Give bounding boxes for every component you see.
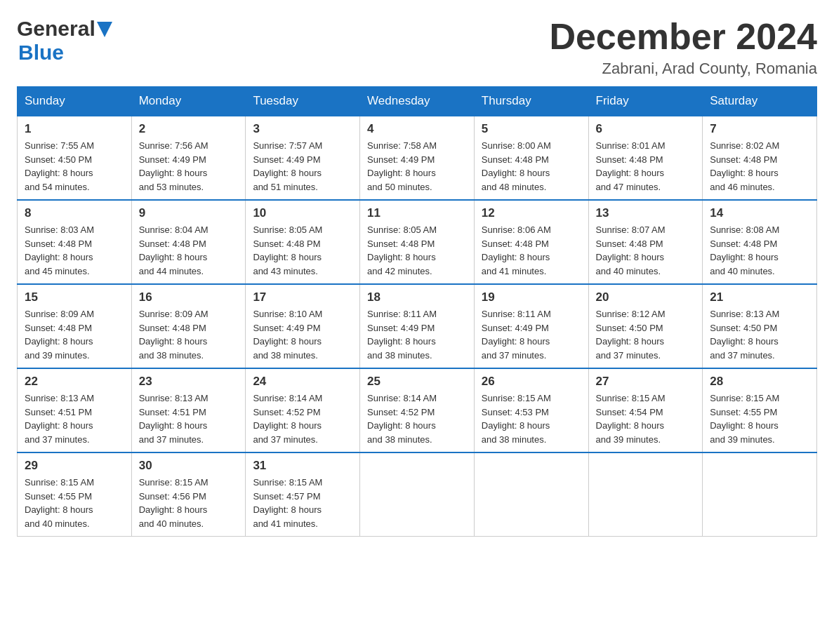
header-wednesday: Wednesday: [360, 87, 475, 116]
day-info: Sunrise: 8:15 AMSunset: 4:55 PMDaylight:…: [25, 476, 124, 530]
day-number: 2: [139, 122, 239, 136]
day-info: Sunrise: 8:07 AMSunset: 4:48 PMDaylight:…: [596, 223, 696, 278]
calendar-cell: [588, 452, 703, 537]
day-info: Sunrise: 8:13 AMSunset: 4:51 PMDaylight:…: [25, 391, 124, 446]
header-thursday: Thursday: [474, 87, 588, 116]
day-info: Sunrise: 8:04 AMSunset: 4:48 PMDaylight:…: [139, 223, 239, 278]
header-monday: Monday: [131, 87, 246, 116]
day-number: 9: [139, 206, 239, 220]
day-number: 12: [482, 206, 581, 220]
day-number: 29: [25, 459, 124, 473]
day-info: Sunrise: 8:15 AMSunset: 4:56 PMDaylight:…: [139, 476, 239, 530]
calendar-cell: 20 Sunrise: 8:12 AMSunset: 4:50 PMDaylig…: [588, 284, 703, 368]
day-number: 7: [710, 122, 809, 136]
calendar-cell: 28 Sunrise: 8:15 AMSunset: 4:55 PMDaylig…: [703, 368, 817, 452]
day-number: 28: [710, 375, 809, 389]
day-info: Sunrise: 8:02 AMSunset: 4:48 PMDaylight:…: [710, 139, 809, 194]
day-info: Sunrise: 8:10 AMSunset: 4:49 PMDaylight:…: [253, 307, 352, 362]
calendar-cell: 18 Sunrise: 8:11 AMSunset: 4:49 PMDaylig…: [360, 284, 475, 368]
day-info: Sunrise: 8:08 AMSunset: 4:48 PMDaylight:…: [710, 223, 809, 278]
day-number: 25: [367, 375, 467, 389]
calendar-cell: 7 Sunrise: 8:02 AMSunset: 4:48 PMDayligh…: [703, 116, 817, 200]
day-info: Sunrise: 8:12 AMSunset: 4:50 PMDaylight:…: [596, 307, 696, 362]
day-number: 26: [482, 375, 581, 389]
day-number: 27: [596, 375, 696, 389]
calendar-cell: 29 Sunrise: 8:15 AMSunset: 4:55 PMDaylig…: [18, 452, 132, 537]
day-number: 3: [253, 122, 352, 136]
calendar-cell: 8 Sunrise: 8:03 AMSunset: 4:48 PMDayligh…: [18, 200, 132, 284]
day-info: Sunrise: 8:15 AMSunset: 4:55 PMDaylight:…: [710, 391, 809, 446]
calendar-table: Sunday Monday Tuesday Wednesday Thursday…: [17, 86, 817, 537]
day-info: Sunrise: 8:01 AMSunset: 4:48 PMDaylight:…: [596, 139, 696, 194]
day-info: Sunrise: 7:57 AMSunset: 4:49 PMDaylight:…: [253, 139, 352, 194]
day-info: Sunrise: 8:03 AMSunset: 4:48 PMDaylight:…: [25, 223, 124, 278]
calendar-cell: 11 Sunrise: 8:05 AMSunset: 4:48 PMDaylig…: [360, 200, 475, 284]
calendar-week-row: 15 Sunrise: 8:09 AMSunset: 4:48 PMDaylig…: [18, 284, 817, 368]
page-header: General Blue December 2024 Zabrani, Arad…: [17, 17, 817, 78]
calendar-cell: 3 Sunrise: 7:57 AMSunset: 4:49 PMDayligh…: [246, 116, 360, 200]
logo-blue-text: Blue: [18, 41, 64, 64]
logo-general-text: General: [17, 17, 95, 41]
calendar-cell: 30 Sunrise: 8:15 AMSunset: 4:56 PMDaylig…: [131, 452, 246, 537]
calendar-cell: 2 Sunrise: 7:56 AMSunset: 4:49 PMDayligh…: [131, 116, 246, 200]
calendar-cell: 22 Sunrise: 8:13 AMSunset: 4:51 PMDaylig…: [18, 368, 132, 452]
location-subtitle: Zabrani, Arad County, Romania: [549, 60, 817, 78]
calendar-cell: 31 Sunrise: 8:15 AMSunset: 4:57 PMDaylig…: [246, 452, 360, 537]
weekday-header-row: Sunday Monday Tuesday Wednesday Thursday…: [18, 87, 817, 116]
day-number: 8: [25, 206, 124, 220]
day-number: 19: [482, 290, 581, 304]
day-number: 23: [139, 375, 239, 389]
day-number: 15: [25, 290, 124, 304]
day-info: Sunrise: 8:05 AMSunset: 4:48 PMDaylight:…: [367, 223, 467, 278]
day-number: 22: [25, 375, 124, 389]
day-info: Sunrise: 8:09 AMSunset: 4:48 PMDaylight:…: [139, 307, 239, 362]
day-info: Sunrise: 8:00 AMSunset: 4:48 PMDaylight:…: [482, 139, 581, 194]
calendar-cell: 5 Sunrise: 8:00 AMSunset: 4:48 PMDayligh…: [474, 116, 588, 200]
header-friday: Friday: [588, 87, 703, 116]
day-number: 13: [596, 206, 696, 220]
day-number: 1: [25, 122, 124, 136]
day-number: 4: [367, 122, 467, 136]
calendar-cell: 14 Sunrise: 8:08 AMSunset: 4:48 PMDaylig…: [703, 200, 817, 284]
day-number: 5: [482, 122, 581, 136]
day-number: 24: [253, 375, 352, 389]
day-number: 6: [596, 122, 696, 136]
day-number: 31: [253, 459, 352, 473]
calendar-cell: 17 Sunrise: 8:10 AMSunset: 4:49 PMDaylig…: [246, 284, 360, 368]
calendar-cell: 27 Sunrise: 8:15 AMSunset: 4:54 PMDaylig…: [588, 368, 703, 452]
day-info: Sunrise: 8:06 AMSunset: 4:48 PMDaylight:…: [482, 223, 581, 278]
day-number: 20: [596, 290, 696, 304]
day-info: Sunrise: 8:11 AMSunset: 4:49 PMDaylight:…: [482, 307, 581, 362]
day-info: Sunrise: 8:15 AMSunset: 4:54 PMDaylight:…: [596, 391, 696, 446]
calendar-cell: 16 Sunrise: 8:09 AMSunset: 4:48 PMDaylig…: [131, 284, 246, 368]
calendar-cell: 24 Sunrise: 8:14 AMSunset: 4:52 PMDaylig…: [246, 368, 360, 452]
day-number: 10: [253, 206, 352, 220]
header-tuesday: Tuesday: [246, 87, 360, 116]
day-number: 16: [139, 290, 239, 304]
day-info: Sunrise: 7:56 AMSunset: 4:49 PMDaylight:…: [139, 139, 239, 194]
calendar-week-row: 29 Sunrise: 8:15 AMSunset: 4:55 PMDaylig…: [18, 452, 817, 537]
day-number: 30: [139, 459, 239, 473]
day-info: Sunrise: 8:14 AMSunset: 4:52 PMDaylight:…: [367, 391, 467, 446]
calendar-cell: 26 Sunrise: 8:15 AMSunset: 4:53 PMDaylig…: [474, 368, 588, 452]
day-info: Sunrise: 8:14 AMSunset: 4:52 PMDaylight:…: [253, 391, 352, 446]
calendar-cell: 12 Sunrise: 8:06 AMSunset: 4:48 PMDaylig…: [474, 200, 588, 284]
calendar-cell: 10 Sunrise: 8:05 AMSunset: 4:48 PMDaylig…: [246, 200, 360, 284]
calendar-week-row: 22 Sunrise: 8:13 AMSunset: 4:51 PMDaylig…: [18, 368, 817, 452]
day-info: Sunrise: 8:09 AMSunset: 4:48 PMDaylight:…: [25, 307, 124, 362]
calendar-cell: 6 Sunrise: 8:01 AMSunset: 4:48 PMDayligh…: [588, 116, 703, 200]
day-info: Sunrise: 7:55 AMSunset: 4:50 PMDaylight:…: [25, 139, 124, 194]
month-title: December 2024: [549, 17, 817, 57]
day-info: Sunrise: 8:11 AMSunset: 4:49 PMDaylight:…: [367, 307, 467, 362]
day-number: 21: [710, 290, 809, 304]
calendar-cell: 21 Sunrise: 8:13 AMSunset: 4:50 PMDaylig…: [703, 284, 817, 368]
calendar-cell: 19 Sunrise: 8:11 AMSunset: 4:49 PMDaylig…: [474, 284, 588, 368]
calendar-cell: 1 Sunrise: 7:55 AMSunset: 4:50 PMDayligh…: [18, 116, 132, 200]
day-number: 18: [367, 290, 467, 304]
day-number: 11: [367, 206, 467, 220]
calendar-cell: [360, 452, 475, 537]
calendar-week-row: 8 Sunrise: 8:03 AMSunset: 4:48 PMDayligh…: [18, 200, 817, 284]
calendar-cell: 13 Sunrise: 8:07 AMSunset: 4:48 PMDaylig…: [588, 200, 703, 284]
day-info: Sunrise: 8:15 AMSunset: 4:57 PMDaylight:…: [253, 476, 352, 530]
day-number: 14: [710, 206, 809, 220]
